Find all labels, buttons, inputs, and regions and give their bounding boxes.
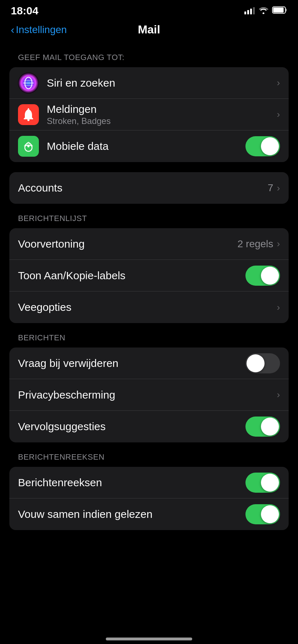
svg-point-8	[27, 119, 30, 121]
back-label: Instellingen	[16, 24, 67, 36]
content-area: GEEF MAIL TOEGANG TOT:	[0, 53, 298, 555]
preview-row[interactable]: Voorvertoning 2 regels ›	[9, 228, 289, 260]
show-to-cc-title: Toon Aan/Kopie-labels	[18, 270, 245, 282]
accounts-chevron-icon: ›	[277, 183, 280, 194]
siri-title: Siri en zoeken	[47, 77, 277, 89]
notifications-subtitle: Stroken, Badges	[47, 116, 277, 126]
privacy-title: Privacybescherming	[18, 389, 277, 401]
section-label-access: GEEF MAIL TOEGANG TOT:	[0, 53, 298, 62]
accounts-value: 7	[268, 182, 274, 194]
messagelist-group: Voorvertoning 2 regels › Toon Aan/Kopie-…	[9, 228, 289, 323]
battery-icon	[272, 6, 287, 15]
home-indicator	[106, 638, 192, 640]
siri-icon	[18, 73, 39, 93]
messages-group: Vraag bij verwijderen Privacybescherming…	[9, 348, 289, 442]
threads-content: Berichtenreeksen	[18, 477, 245, 489]
accounts-row[interactable]: Accounts 7 ›	[9, 172, 289, 204]
threads-toggle[interactable]	[245, 473, 280, 493]
section-label-messagelist: BERICHTENLIJST	[0, 214, 298, 223]
preview-content: Voorvertoning	[18, 238, 238, 250]
access-group: Siri en zoeken › Meldingen Stroken, Badg…	[9, 67, 289, 162]
siri-row[interactable]: Siri en zoeken ›	[9, 67, 289, 99]
show-to-cc-row[interactable]: Toon Aan/Kopie-labels	[9, 260, 289, 291]
privacy-chevron-icon: ›	[277, 389, 280, 400]
ask-before-delete-content: Vraag bij verwijderen	[18, 357, 245, 369]
siri-right: ›	[277, 77, 280, 88]
cellular-toggle-knob	[261, 137, 279, 155]
follow-suggestions-right	[245, 417, 280, 437]
accounts-group: Accounts 7 ›	[9, 172, 289, 204]
accounts-title: Accounts	[18, 182, 268, 194]
status-bar: 18:04	[0, 0, 298, 19]
threads-toggle-knob	[261, 474, 279, 492]
collapse-read-toggle-knob	[261, 505, 279, 523]
threads-right	[245, 473, 280, 493]
cellular-content: Mobiele data	[47, 140, 245, 152]
collapse-read-title: Vouw samen indien gelezen	[18, 508, 245, 520]
svg-rect-2	[273, 8, 284, 13]
siri-chevron-icon: ›	[277, 77, 280, 88]
follow-suggestions-toggle[interactable]	[245, 417, 280, 437]
show-to-cc-content: Toon Aan/Kopie-labels	[18, 270, 245, 282]
threads-title: Berichtenreeksen	[18, 477, 245, 489]
privacy-right: ›	[277, 389, 280, 400]
cellular-toggle[interactable]	[245, 136, 280, 156]
show-to-cc-right	[245, 266, 280, 286]
page-title: Mail	[138, 23, 160, 36]
show-to-cc-toggle[interactable]	[245, 266, 280, 286]
accounts-right: 7 ›	[268, 182, 280, 194]
swipe-options-right: ›	[277, 302, 280, 313]
siri-content: Siri en zoeken	[47, 77, 277, 89]
svg-rect-1	[285, 9, 287, 12]
threads-group: Berichtenreeksen Vouw samen indien gelez…	[9, 467, 289, 530]
cellular-right	[245, 136, 280, 156]
show-to-cc-toggle-knob	[261, 267, 279, 285]
section-label-threads: BERICHTENREEKSEN	[0, 452, 298, 462]
ask-before-delete-toggle-knob	[247, 354, 265, 372]
svg-rect-9	[28, 108, 29, 110]
cellular-title: Mobiele data	[47, 140, 245, 152]
section-label-messages: BERICHTEN	[0, 333, 298, 342]
swipe-options-content: Veegopties	[18, 301, 277, 313]
wifi-icon	[258, 6, 268, 15]
swipe-options-chevron-icon: ›	[277, 302, 280, 313]
swipe-options-row[interactable]: Veegopties ›	[9, 291, 289, 323]
notifications-row[interactable]: Meldingen Stroken, Badges ›	[9, 99, 289, 130]
collapse-read-content: Vouw samen indien gelezen	[18, 508, 245, 520]
preview-title: Voorvertoning	[18, 238, 238, 250]
ask-before-delete-title: Vraag bij verwijderen	[18, 357, 245, 369]
accounts-content: Accounts	[18, 182, 268, 194]
preview-value: 2 regels	[238, 238, 274, 250]
collapse-read-toggle[interactable]	[245, 504, 280, 524]
notifications-icon	[18, 104, 39, 125]
ask-before-delete-toggle[interactable]	[245, 353, 280, 373]
preview-chevron-icon: ›	[277, 238, 280, 249]
signal-icon	[244, 7, 255, 14]
nav-bar: ‹ Instellingen Mail	[0, 19, 298, 43]
follow-suggestions-row[interactable]: Vervolgsuggesties	[9, 411, 289, 442]
cellular-icon	[18, 136, 39, 157]
preview-right: 2 regels ›	[238, 238, 280, 250]
ask-before-delete-right	[245, 353, 280, 373]
collapse-read-right	[245, 504, 280, 524]
privacy-row[interactable]: Privacybescherming ›	[9, 379, 289, 411]
threads-row[interactable]: Berichtenreeksen	[9, 467, 289, 498]
back-chevron-icon: ‹	[11, 24, 14, 35]
follow-suggestions-toggle-knob	[261, 418, 279, 436]
ask-before-delete-row[interactable]: Vraag bij verwijderen	[9, 348, 289, 379]
notifications-content: Meldingen Stroken, Badges	[47, 103, 277, 126]
cellular-row[interactable]: Mobiele data	[9, 130, 289, 162]
status-icons	[244, 6, 287, 15]
collapse-read-row[interactable]: Vouw samen indien gelezen	[9, 498, 289, 530]
swipe-options-title: Veegopties	[18, 301, 277, 313]
notifications-title: Meldingen	[47, 103, 277, 115]
notifications-right: ›	[277, 109, 280, 120]
status-time: 18:04	[11, 5, 39, 17]
back-button[interactable]: ‹ Instellingen	[11, 24, 67, 36]
follow-suggestions-title: Vervolgsuggesties	[18, 420, 245, 433]
notifications-chevron-icon: ›	[277, 109, 280, 120]
privacy-content: Privacybescherming	[18, 389, 277, 401]
follow-suggestions-content: Vervolgsuggesties	[18, 420, 245, 433]
